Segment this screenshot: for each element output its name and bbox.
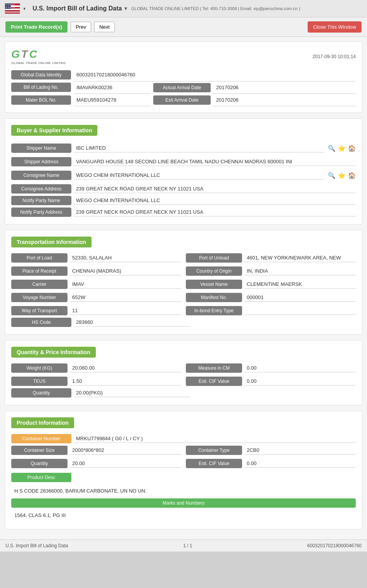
notify-party-name-label-wrap: Notify Party Name [11, 196, 71, 205]
global-data-identity-row: Global Data Identity 6003201702180000467… [11, 69, 356, 81]
product-grid: Container Size 2000*806*802 Container Ty… [11, 444, 356, 469]
main-content: G T C GLOBAL TRADE ONLINE LIMITED 2017-0… [0, 37, 367, 540]
consignee-star-icon[interactable]: ⭐ [338, 172, 346, 179]
product-desc-label: Product Desc [11, 473, 71, 482]
logo-c: C [29, 48, 37, 60]
transportation-grid: Port of Load 52330, SALALAH Port of Unlo… [11, 252, 356, 316]
product-esti-cif-label-wrap: Esti. CIF Value [186, 459, 242, 468]
master-bol-row: Mater BOL No. MAEU959104278 Esti Arrival… [11, 94, 356, 106]
close-button[interactable]: Close This Window [308, 21, 362, 33]
hs-code-label-wrap: HS Code [11, 318, 71, 327]
consignee-name-value: WEGO CHEM INTERNATIONAL LLC [74, 171, 324, 180]
transportation-header: Transportation Information [11, 237, 356, 252]
notify-party-name-row: Notify Party Name WEGO CHEM INTERNATIONA… [11, 195, 356, 206]
hs-code-row: HS Code 283660 [11, 316, 356, 328]
logo-area: G T C GLOBAL TRADE ONLINE LIMITED 2017-0… [11, 48, 356, 65]
shipper-address-value: VANGUARD HOUSE 148 SECOND LINE BEACH TAM… [74, 157, 356, 166]
inbond-entry-value [244, 306, 356, 315]
place-of-receipt-value: CHENNAI (MADRAS) [70, 267, 181, 275]
inbond-entry-label: In-bond Entry Type [186, 306, 242, 315]
vessel-name-value: CLEMENTINE MAERSK [244, 280, 356, 289]
app-title: U.S. Import Bill of Lading Data [33, 5, 122, 12]
port-of-unload-row: Port of Unload 4601, NEW YORK/NEWARK ARE… [186, 252, 356, 264]
place-of-receipt-label-wrap: Place of Receipt [11, 266, 68, 276]
transportation-card: Transportation Information Port of Load … [5, 230, 362, 335]
notify-party-address-label: Notify Party Address [11, 208, 71, 217]
consignee-home-icon[interactable]: 🏠 [348, 172, 356, 179]
buyer-supplier-header: Buyer & Supplier Information [11, 125, 356, 140]
consignee-address-value: 239 GREAT NECK ROAD GREAT NECK NY 11021 … [74, 185, 356, 193]
carrier-label-wrap: Carrier [11, 280, 68, 289]
footer-center: 1 / 1 [183, 543, 192, 548]
notify-party-address-row: Notify Party Address 239 GREAT NECK ROAD… [11, 206, 356, 218]
shipper-star-icon[interactable]: ⭐ [338, 145, 346, 152]
port-of-load-row: Port of Load 52330, SALALAH [11, 252, 181, 264]
actual-arrival-label: Actual Arrival Date [153, 83, 211, 92]
subtitle: GLOBAL TRADE ONLINE LIMITED ( Tel: 400-7… [131, 6, 300, 11]
carrier-label: Carrier [11, 280, 68, 289]
container-type-row: Container Type 2CB0 [186, 444, 356, 456]
footer-left: U.S. Import Bill of Lading Data [5, 543, 68, 548]
vessel-name-row: Vessel Name CLEMENTINE MAERSK [186, 278, 356, 290]
container-size-label: Container Size [11, 446, 68, 455]
footer-right: 600320170218000046760 [307, 543, 362, 548]
notify-party-name-label: Notify Party Name [11, 196, 71, 205]
notify-party-address-value: 239 GREAT NECK ROAD GREAT NECK NY 11021 … [74, 208, 356, 216]
hs-code-label: HS Code [11, 318, 71, 327]
port-of-unload-label: Port of Unload [186, 253, 242, 263]
shipper-home-icon[interactable]: 🏠 [348, 145, 356, 152]
bol-no-value: IMAVARK00236 [73, 81, 151, 94]
shipper-search-icon[interactable]: 🔍 [328, 145, 336, 152]
country-of-origin-label: Country of Origin [186, 266, 242, 276]
bol-row: Bill of Lading No. IMAVARK00236 Actual A… [11, 81, 356, 94]
country-of-origin-row: Country of Origin IN, INDIA [186, 265, 356, 277]
weight-value: 20,060.00 [70, 364, 181, 372]
product-quantity-label-wrap: Quantity [11, 459, 68, 468]
container-type-label-wrap: Container Type [186, 446, 242, 455]
manifest-no-value: 000001 [244, 293, 356, 302]
way-of-transport-row: Way of Transport 11 [11, 305, 181, 316]
quantity-price-header: Quantity & Price Information [11, 347, 356, 362]
port-of-unload-value: 4601, NEW YORK/NEWARK AREA, NEW [244, 254, 356, 262]
shipper-name-label: Shipper Name [11, 144, 71, 153]
product-title: Product Information [11, 417, 74, 428]
product-esti-cif-value: 0.00 [244, 459, 356, 468]
esti-cif-value: 0.00 [244, 377, 356, 386]
esti-cif-label: Esti. CIF Value [186, 377, 242, 386]
consignee-name-label-wrap: Consignee Name [11, 171, 71, 180]
shipper-name-label-wrap: Shipper Name [11, 144, 71, 153]
logo-brand: GLOBAL TRADE ONLINE LIMITED [11, 61, 66, 65]
toolbar: Print Trade Record(s) Prev Next Close Th… [0, 17, 367, 37]
master-bol-value: MAEU959104278 [73, 94, 151, 106]
prev-button[interactable]: Prev [71, 22, 91, 32]
manifest-no-label: Manifest No. [186, 293, 242, 302]
vessel-name-label: Vessel Name [186, 280, 242, 289]
measure-label-wrap: Measure in CM [186, 363, 242, 373]
print-button[interactable]: Print Trade Record(s) [5, 21, 68, 33]
quantity-price-title: Quantity & Price Information [11, 347, 96, 358]
consignee-search-icon[interactable]: 🔍 [328, 172, 336, 179]
flag-dropdown[interactable]: ▼ [23, 7, 26, 11]
place-of-receipt-label: Place of Receipt [11, 266, 68, 276]
country-of-origin-label-wrap: Country of Origin [186, 266, 242, 276]
quantity-label-wrap: Quantity [11, 388, 71, 398]
shipper-name-row: Shipper Name IBC LIMITED 🔍 ⭐ 🏠 [11, 140, 356, 156]
consignee-address-label: Consignee Address [11, 184, 71, 194]
product-esti-cif-row: Esti. CIF Value 0.00 [186, 458, 356, 469]
container-number-value: MRKU7799844 ( G0 / L / CY ) [74, 434, 356, 443]
voyage-number-value: 652W [70, 293, 181, 302]
app-title-arrow: ▼ [123, 6, 128, 11]
product-desc-label-wrap: Product Desc [11, 473, 71, 482]
quantity-value: 20.00(PKG) [74, 389, 190, 397]
measure-label: Measure in CM [186, 363, 242, 373]
product-header: Product Information [11, 417, 356, 433]
container-number-label-wrap: Container Number [11, 434, 71, 443]
logo: G T C GLOBAL TRADE ONLINE LIMITED [11, 48, 66, 65]
inbond-entry-label-wrap: In-bond Entry Type [186, 306, 242, 315]
global-data-identity-label: Global Data Identity [11, 70, 71, 80]
container-type-value: 2CB0 [244, 446, 356, 455]
port-of-load-value: 52330, SALALAH [70, 254, 181, 262]
global-data-identity-value: 600320170218000046760 [73, 69, 356, 81]
bol-no-label: Bill of Lading No. [11, 83, 71, 92]
next-button[interactable]: Next [94, 22, 115, 32]
